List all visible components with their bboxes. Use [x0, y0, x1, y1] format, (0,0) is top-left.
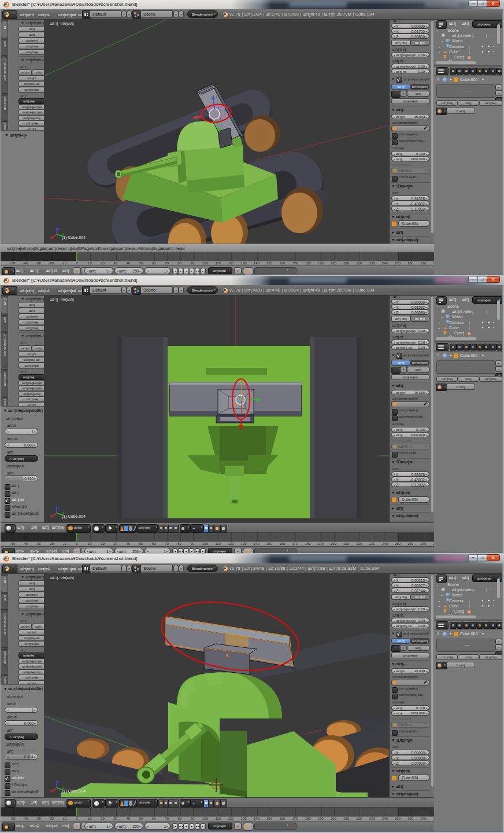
svg-text:z: z: [58, 780, 60, 784]
svg-text:x: x: [50, 235, 51, 238]
svg-text:y: y: [62, 232, 64, 235]
svg-text:x: x: [50, 514, 51, 517]
svg-text:y: y: [62, 511, 64, 514]
svg-text:z: z: [58, 227, 60, 230]
svg-text:y: y: [62, 786, 64, 789]
svg-text:x: x: [50, 788, 51, 792]
svg-text:z: z: [58, 506, 60, 509]
